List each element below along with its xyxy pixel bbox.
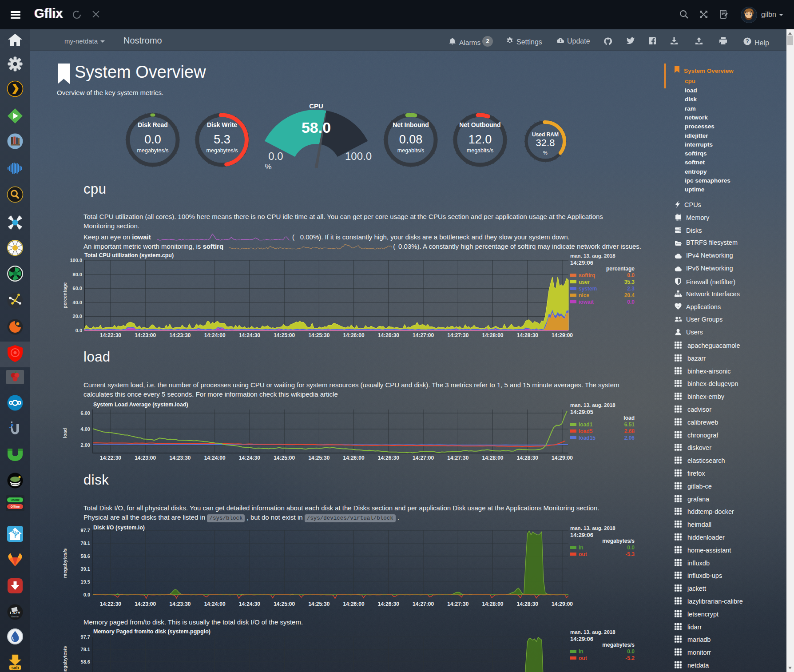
svg-text:4.00: 4.00 [81,426,90,432]
svg-text:40.0: 40.0 [73,300,82,305]
svg-text:14:25:30: 14:25:30 [308,601,330,607]
svg-text:14:28:00: 14:28:00 [482,455,503,461]
svg-text:14:28:30: 14:28:30 [517,601,538,607]
svg-text:14:25:30: 14:25:30 [308,332,330,338]
svg-text:14:29:00: 14:29:00 [552,601,573,607]
svg-text:14:24:30: 14:24:30 [239,332,260,338]
svg-text:percentage: percentage [62,282,67,309]
svg-text:0.0: 0.0 [75,328,82,333]
svg-text:14:24:00: 14:24:00 [204,455,226,461]
svg-text:14:23:30: 14:23:30 [169,455,191,461]
svg-text:14:25:00: 14:25:00 [274,601,295,607]
svg-text:14:24:30: 14:24:30 [239,455,260,461]
svg-text:14:22:30: 14:22:30 [100,332,121,338]
svg-text:14:27:30: 14:27:30 [447,455,468,461]
svg-text:80.0: 80.0 [73,272,82,277]
svg-text:megabytes/s: megabytes/s [62,646,67,672]
svg-text:librarian: librarian [11,615,19,618]
svg-text:58.6: 58.6 [81,659,90,664]
svg-text:6.00: 6.00 [81,410,90,416]
svg-text:14:29:00: 14:29:00 [552,332,573,338]
svg-text:78.1: 78.1 [81,541,90,546]
svg-text:?: ? [746,38,749,44]
svg-text:14:27:30: 14:27:30 [447,332,468,338]
svg-text:sab: sab [11,665,19,670]
svg-text:14:28:00: 14:28:00 [482,601,503,607]
svg-text:14:24:00: 14:24:00 [204,601,226,607]
svg-text:14:26:30: 14:26:30 [378,601,399,607]
svg-text:14:27:00: 14:27:00 [413,455,434,461]
svg-text:14:23:00: 14:23:00 [135,455,156,461]
svg-text:14:23:30: 14:23:30 [169,332,191,338]
svg-text:19.5: 19.5 [81,579,90,585]
svg-text:14:22:30: 14:22:30 [100,601,121,607]
svg-text:14:26:00: 14:26:00 [343,332,365,338]
svg-text:14:23:00: 14:23:00 [135,601,156,607]
svg-text:14:27:00: 14:27:00 [413,601,434,607]
svg-text:78.1: 78.1 [81,647,90,652]
svg-text:100.0: 100.0 [70,258,82,263]
svg-text:2.00: 2.00 [81,442,90,448]
svg-text:0.0: 0.0 [83,592,90,597]
svg-text:58.6: 58.6 [81,553,90,559]
svg-text:load: load [62,428,67,438]
svg-text:14:24:00: 14:24:00 [204,332,226,338]
svg-text:14:22:30: 14:22:30 [100,455,121,461]
svg-text:14:28:00: 14:28:00 [482,332,503,338]
svg-text:14:29:00: 14:29:00 [552,455,573,461]
svg-text:14:26:00: 14:26:00 [343,601,365,607]
svg-text:14:26:30: 14:26:30 [378,455,399,461]
svg-text:97.7: 97.7 [81,634,90,640]
svg-text:14:25:00: 14:25:00 [274,332,295,338]
svg-text:39.1: 39.1 [81,566,90,572]
svg-text:20.0: 20.0 [73,314,82,319]
svg-text:14:23:30: 14:23:30 [169,601,191,607]
svg-text:14:25:30: 14:25:30 [308,455,330,461]
svg-text:14:27:00: 14:27:00 [413,332,434,338]
svg-text:14:28:30: 14:28:30 [517,332,538,338]
svg-text:LAZY: LAZY [10,611,20,615]
svg-text:14:26:30: 14:26:30 [378,332,399,338]
svg-text:megabytes/s: megabytes/s [62,549,67,578]
svg-text:14:27:30: 14:27:30 [447,601,468,607]
svg-text:60.0: 60.0 [73,286,82,291]
svg-text:14:28:30: 14:28:30 [517,455,538,461]
svg-text:14:25:00: 14:25:00 [274,455,295,461]
svg-text:14:23:00: 14:23:00 [135,332,156,338]
svg-text:97.7: 97.7 [81,528,90,533]
svg-text:14:24:30: 14:24:30 [239,601,260,607]
svg-text:14:26:00: 14:26:00 [343,455,365,461]
